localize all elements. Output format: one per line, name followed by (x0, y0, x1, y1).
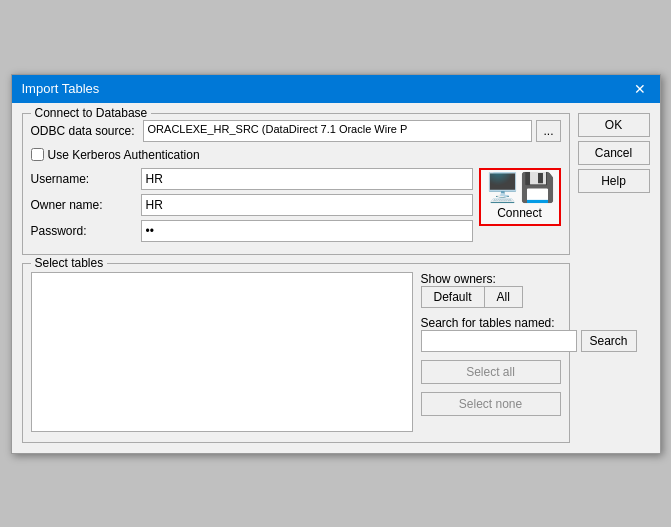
dialog-body: Connect to Database ODBC data source: OR… (12, 103, 660, 453)
table-list[interactable] (31, 272, 413, 432)
connect-db-group: Connect to Database ODBC data source: OR… (22, 113, 570, 255)
cancel-button[interactable]: Cancel (578, 141, 650, 165)
connect-area: Username: Owner name: Password: (31, 168, 561, 246)
connect-icon: 🖥️💾 (485, 174, 555, 202)
odbc-row: ODBC data source: ORACLEXE_HR_SRC (DataD… (31, 120, 561, 142)
help-button[interactable]: Help (578, 169, 650, 193)
owner-input[interactable] (141, 194, 473, 216)
search-for-label: Search for tables named: (421, 316, 561, 330)
kerberos-label: Use Kerberos Authentication (48, 148, 200, 162)
ellipsis-button[interactable]: ... (536, 120, 560, 142)
default-btn[interactable]: Default (421, 286, 484, 308)
select-tables-group: Select tables Show owners: Default All (22, 263, 570, 443)
fields-col: Username: Owner name: Password: (31, 168, 473, 246)
odbc-select[interactable]: ORACLEXE_HR_SRC (DataDirect 7.1 Oracle W… (143, 120, 533, 142)
search-button[interactable]: Search (581, 330, 637, 352)
show-owners-section: Show owners: Default All (421, 272, 561, 308)
connect-db-legend: Connect to Database (31, 106, 152, 120)
main-content: Connect to Database ODBC data source: OR… (22, 113, 570, 443)
select-tables-legend: Select tables (31, 256, 108, 270)
select-none-button[interactable]: Select none (421, 392, 561, 416)
owner-row: Owner name: (31, 194, 473, 216)
password-row: Password: (31, 220, 473, 242)
search-input[interactable] (421, 330, 577, 352)
select-tables-inner: Show owners: Default All Search for tabl… (31, 272, 561, 432)
side-buttons: OK Cancel Help (578, 113, 650, 443)
dialog-title: Import Tables (22, 81, 100, 96)
owners-btn-row: Default All (421, 286, 561, 308)
connect-button-box[interactable]: 🖥️💾 Connect (479, 168, 561, 226)
show-owners-label: Show owners: (421, 272, 561, 286)
connect-label: Connect (497, 206, 542, 220)
password-label: Password: (31, 224, 141, 238)
username-label: Username: (31, 172, 141, 186)
all-btn[interactable]: All (484, 286, 523, 308)
close-button[interactable]: ✕ (630, 81, 650, 97)
owner-label: Owner name: (31, 198, 141, 212)
kerberos-checkbox[interactable] (31, 148, 44, 161)
select-all-button[interactable]: Select all (421, 360, 561, 384)
kerberos-row: Use Kerberos Authentication (31, 148, 561, 162)
title-bar: Import Tables ✕ (12, 75, 660, 103)
search-section: Search for tables named: Search (421, 316, 561, 352)
right-panel: Show owners: Default All Search for tabl… (421, 272, 561, 432)
ok-button[interactable]: OK (578, 113, 650, 137)
username-row: Username: (31, 168, 473, 190)
import-tables-dialog: Import Tables ✕ Connect to Database ODBC… (11, 74, 661, 454)
search-row: Search (421, 330, 561, 352)
password-input[interactable] (141, 220, 473, 242)
odbc-label: ODBC data source: (31, 124, 135, 138)
username-input[interactable] (141, 168, 473, 190)
